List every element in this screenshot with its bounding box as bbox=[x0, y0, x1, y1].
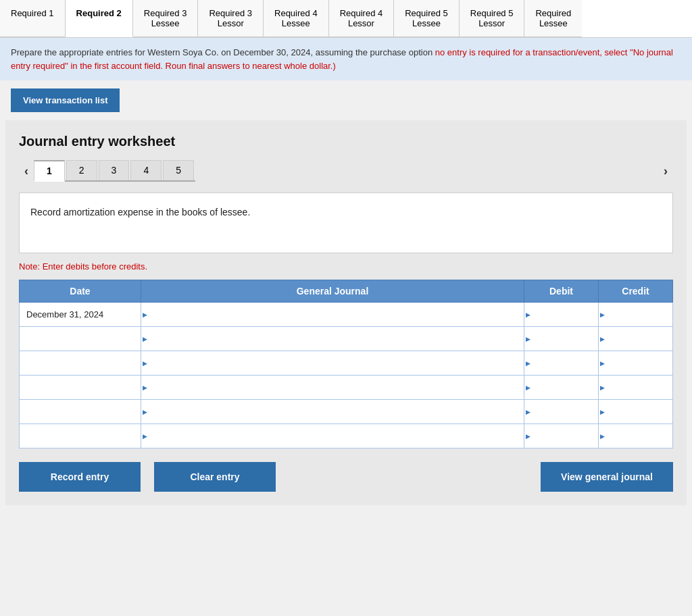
debit-input-4[interactable] bbox=[524, 376, 598, 399]
description-box: Record amortization expense in the books… bbox=[19, 192, 673, 253]
credit-input-3[interactable] bbox=[599, 351, 672, 375]
tab-required-4-lessee[interactable]: Required 4Lessee bbox=[264, 0, 329, 37]
instruction-text: Prepare the appropriate entries for West… bbox=[11, 47, 432, 57]
debit-cell-4[interactable] bbox=[524, 376, 599, 400]
entry-tab-1[interactable]: 1 bbox=[34, 160, 65, 182]
view-general-journal-button[interactable]: View general journal bbox=[541, 462, 673, 492]
journal-input-5[interactable] bbox=[141, 400, 524, 424]
record-entry-button[interactable]: Record entry bbox=[19, 462, 141, 492]
entry-tabs: 1 2 3 4 5 bbox=[34, 160, 195, 182]
tab-required-5-lessor[interactable]: Required 5Lessor bbox=[460, 0, 525, 37]
prev-arrow[interactable]: ‹ bbox=[19, 161, 34, 181]
table-row bbox=[20, 327, 673, 351]
credit-cell-3[interactable] bbox=[599, 351, 673, 376]
journal-input-4[interactable] bbox=[141, 376, 524, 399]
entry-tab-2[interactable]: 2 bbox=[66, 160, 97, 180]
entry-tab-5[interactable]: 5 bbox=[163, 160, 194, 180]
date-cell-4 bbox=[20, 376, 141, 400]
clear-entry-button[interactable]: Clear entry bbox=[154, 462, 276, 492]
journal-cell-2[interactable] bbox=[141, 327, 524, 351]
table-row bbox=[20, 424, 673, 448]
debit-cell-1[interactable] bbox=[524, 303, 599, 327]
debit-input-6[interactable] bbox=[524, 424, 598, 448]
journal-cell-3[interactable] bbox=[141, 351, 524, 376]
debit-cell-2[interactable] bbox=[524, 327, 599, 351]
journal-input-6[interactable] bbox=[141, 424, 524, 448]
table-row bbox=[20, 400, 673, 424]
tab-required-4-lessor[interactable]: Required 4Lessor bbox=[329, 0, 395, 37]
credit-cell-1[interactable] bbox=[599, 303, 673, 327]
credit-cell-6[interactable] bbox=[599, 424, 673, 448]
table-row: December 31, 2024 bbox=[20, 303, 673, 327]
credit-cell-5[interactable] bbox=[599, 400, 673, 424]
debit-input-1[interactable] bbox=[524, 303, 598, 326]
tab-required-3-lessee[interactable]: Required 3Lessee bbox=[133, 0, 199, 37]
header-debit: Debit bbox=[524, 280, 599, 303]
bottom-buttons: Record entry Clear entry View general jo… bbox=[19, 462, 673, 492]
header-credit: Credit bbox=[599, 280, 673, 303]
table-row bbox=[20, 376, 673, 400]
date-cell-5 bbox=[20, 400, 141, 424]
worksheet-title: Journal entry worksheet bbox=[19, 134, 673, 149]
journal-table: Date General Journal Debit Credit Decemb… bbox=[19, 280, 673, 448]
header-date: Date bbox=[20, 280, 141, 303]
credit-cell-4[interactable] bbox=[599, 376, 673, 400]
debit-cell-6[interactable] bbox=[524, 424, 599, 448]
credit-cell-2[interactable] bbox=[599, 327, 673, 351]
main-content: Journal entry worksheet ‹ 1 2 3 4 5 › Re… bbox=[5, 120, 687, 505]
page-wrapper: Required 1 Required 2 Required 3Lessee R… bbox=[0, 0, 692, 511]
journal-cell-6[interactable] bbox=[141, 424, 524, 448]
next-arrow[interactable]: › bbox=[658, 161, 673, 181]
journal-input-1[interactable] bbox=[141, 303, 524, 326]
tab-required-3-lessor[interactable]: Required 3Lessor bbox=[198, 0, 264, 37]
entry-tab-4[interactable]: 4 bbox=[130, 160, 162, 180]
credit-input-2[interactable] bbox=[599, 327, 672, 351]
entry-tabs-row: ‹ 1 2 3 4 5 › bbox=[19, 160, 673, 182]
debit-input-3[interactable] bbox=[524, 351, 598, 375]
note-text: Note: Enter debits before credits. bbox=[19, 261, 673, 272]
date-cell-6 bbox=[20, 424, 141, 448]
journal-cell-1[interactable] bbox=[141, 303, 524, 327]
journal-cell-5[interactable] bbox=[141, 400, 524, 424]
debit-cell-5[interactable] bbox=[524, 400, 599, 424]
date-cell-3 bbox=[20, 351, 141, 376]
table-row bbox=[20, 351, 673, 376]
credit-input-6[interactable] bbox=[599, 424, 672, 448]
tab-required-5-lessee[interactable]: Required 5Lessee bbox=[394, 0, 460, 37]
journal-input-2[interactable] bbox=[141, 327, 524, 351]
debit-input-2[interactable] bbox=[524, 327, 598, 351]
credit-input-4[interactable] bbox=[599, 376, 672, 399]
credit-input-1[interactable] bbox=[599, 303, 672, 326]
view-transaction-button[interactable]: View transaction list bbox=[11, 88, 120, 112]
tab-required-2[interactable]: Required 2 bbox=[66, 0, 133, 37]
instruction-banner: Prepare the appropriate entries for West… bbox=[0, 38, 692, 80]
debit-input-5[interactable] bbox=[524, 400, 598, 424]
debit-cell-3[interactable] bbox=[524, 351, 599, 376]
journal-input-3[interactable] bbox=[141, 351, 524, 375]
tab-required-1[interactable]: Required 1 bbox=[0, 0, 66, 37]
entry-tab-3[interactable]: 3 bbox=[99, 160, 130, 180]
top-tabs: Required 1 Required 2 Required 3Lessee R… bbox=[0, 0, 692, 38]
date-cell-1: December 31, 2024 bbox=[20, 303, 141, 327]
date-cell-2 bbox=[20, 327, 141, 351]
header-general-journal: General Journal bbox=[141, 280, 524, 303]
credit-input-5[interactable] bbox=[599, 400, 672, 424]
tab-required-lessee[interactable]: RequiredLessee bbox=[524, 0, 582, 37]
journal-cell-4[interactable] bbox=[141, 376, 524, 400]
